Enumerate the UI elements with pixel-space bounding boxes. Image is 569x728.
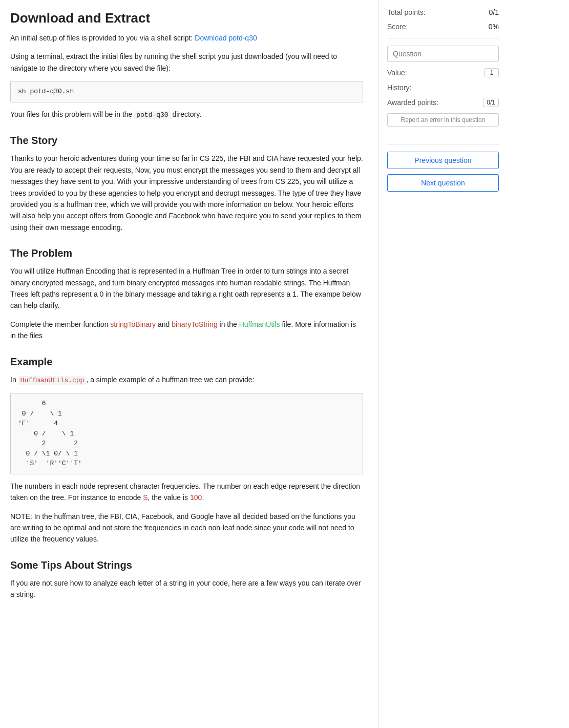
huffman-utils-code: HuffmanUtils (239, 320, 280, 328)
problem-body1: You will utilize Huffman Encoding that i… (10, 265, 363, 311)
awarded-points-badge: 0/1 (483, 98, 499, 107)
sidebar-divider-2 (387, 144, 499, 144)
awarded-points-row: Awarded points: 0/1 (387, 98, 499, 107)
section-tips-title: Some Tips About Strings (10, 559, 363, 571)
files-note-post: directory. (171, 110, 201, 118)
awarded-points-label: Awarded points: (387, 98, 438, 107)
files-note-code: potd-q30 (134, 111, 170, 119)
example-intro-pre: In (10, 376, 18, 384)
history-label: History: (387, 84, 411, 92)
total-points-row: Total points: 0/1 (387, 8, 499, 16)
sidebar-divider-1 (387, 38, 499, 38)
download-link[interactable]: Download potd-q30 (195, 34, 257, 42)
next-question-button[interactable]: Next question (387, 174, 499, 192)
example-s-code: S (143, 493, 147, 502)
example-100-code: 100 (190, 493, 202, 502)
score-row: Score: 0% (387, 23, 499, 31)
problem-body2-mid: and (156, 320, 172, 328)
example-tree-block: 6 0 / \ 1 'E' 4 0 / \ 1 2 2 0 / \1 0/ \ … (10, 393, 363, 474)
score-value: 0% (489, 23, 499, 31)
story-body: Thanks to your heroic adventures during … (10, 153, 363, 233)
section-example-title: Example (10, 356, 363, 368)
download-intro-paragraph: An initial setup of files is provided to… (10, 32, 363, 44)
extract-instructions: Using a terminal, extract the initial fi… (10, 51, 363, 74)
binary-to-string-code: binaryToString (172, 320, 218, 328)
sidebar: Total points: 0/1 Score: 0% Value: 1 His… (379, 0, 507, 728)
example-intro-post: , a simple example of a huffman tree we … (86, 376, 254, 384)
example-note1-post: . (202, 493, 204, 502)
value-label: Value: (387, 69, 407, 77)
score-label: Score: (387, 23, 408, 31)
history-row: History: (387, 84, 499, 92)
problem-body2-pre: Complete the member function (10, 320, 110, 328)
previous-question-button[interactable]: Previous question (387, 152, 499, 169)
total-points-value: 0/1 (489, 8, 499, 16)
example-note1-mid: , the value is (148, 493, 191, 502)
total-points-label: Total points: (387, 8, 426, 16)
section-story-title: The Story (10, 135, 363, 147)
report-error-button[interactable]: Report an error in this question (387, 113, 499, 127)
tips-body: If you are not sure how to analyze each … (10, 577, 363, 600)
example-intro: In HuffmanUtils.cpp, a simple example of… (10, 374, 363, 386)
files-note: Your files for this problem will be in t… (10, 109, 363, 121)
section-problem-title: The Problem (10, 247, 363, 259)
main-content: Download and Extract An initial setup of… (0, 0, 379, 728)
example-note1: The numbers in each node represent chara… (10, 481, 363, 504)
shell-command-block: sh potd-q30.sh (10, 81, 363, 102)
files-note-pre: Your files for this problem will be in t… (10, 110, 134, 118)
string-to-binary-code: stringToBinary (110, 320, 156, 328)
problem-body2-mid2: in the (218, 320, 239, 328)
problem-body2: Complete the member function stringToBin… (10, 319, 363, 342)
download-intro-text: An initial setup of files is provided to… (10, 34, 193, 42)
section-download-title: Download and Extract (10, 10, 363, 26)
question-input[interactable] (387, 46, 499, 62)
example-note2: NOTE: In the huffman tree, the FBI, CIA,… (10, 511, 363, 545)
huffman-utils-cpp-code: HuffmanUtils.cpp (18, 376, 87, 385)
value-badge: 1 (484, 68, 499, 77)
value-row: Value: 1 (387, 68, 499, 77)
